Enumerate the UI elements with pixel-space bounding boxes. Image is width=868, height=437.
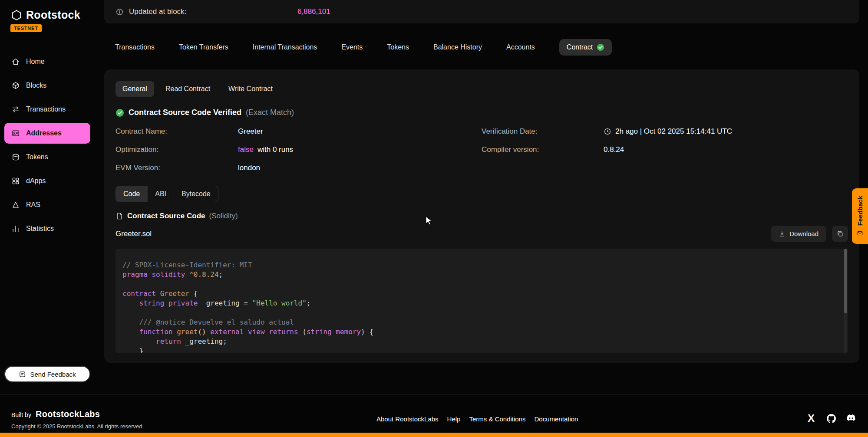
tab-token-transfers[interactable]: Token Transfers <box>179 43 228 51</box>
sidebar-item-addresses[interactable]: Addresses <box>4 123 90 144</box>
send-feedback-button[interactable]: Send Feedback <box>4 366 90 382</box>
sidebar-item-label: dApps <box>26 177 46 185</box>
sidebar-item-blocks[interactable]: Blocks <box>4 75 90 96</box>
optimization-row: Optimization: false with 0 runs <box>116 141 482 159</box>
rootstock-hexagon-icon <box>10 9 23 21</box>
optimization-value: false with 0 runs <box>238 145 293 154</box>
code-scrollbar[interactable] <box>844 249 847 353</box>
tab-contract-label: Contract <box>567 43 593 51</box>
dapps-icon <box>11 177 20 185</box>
tokens-icon <box>11 153 20 161</box>
contract-subtabs: General Read Contract Write Contract <box>116 81 848 97</box>
source-title: Contract Source Code <box>127 212 205 220</box>
evm-version-value: london <box>238 164 260 172</box>
evm-version-label: EVM Version: <box>116 164 238 172</box>
footer-links: About RootstockLabs Help Terms & Conditi… <box>376 415 578 423</box>
feedback-tab[interactable]: Feedback <box>852 188 868 244</box>
info-icon <box>116 8 124 16</box>
clock-icon <box>604 128 611 135</box>
optimization-label: Optimization: <box>116 145 238 154</box>
document-icon <box>116 212 123 220</box>
code-lines: // SPDX-License-Identifier: MITpragma so… <box>122 260 839 353</box>
subtab-read-contract[interactable]: Read Contract <box>158 81 217 97</box>
download-button[interactable]: Download <box>771 226 826 242</box>
built-by-block: Built by RootstockLabs <box>11 409 100 419</box>
page: Rootstock TESTNET Home Blocks Transactio… <box>0 0 868 437</box>
seg-code[interactable]: Code <box>116 186 147 202</box>
footer-accent-strip <box>0 433 868 437</box>
code-scrollbar-thumb[interactable] <box>844 249 847 313</box>
sidebar-item-tokens[interactable]: Tokens <box>4 147 90 168</box>
feedback-note-icon <box>19 371 26 378</box>
tab-internal-transactions[interactable]: Internal Transactions <box>253 43 317 51</box>
contract-panel: General Read Contract Write Contract Con… <box>104 69 859 363</box>
optimization-flag: false <box>238 145 254 154</box>
copy-source-button[interactable] <box>832 226 848 242</box>
verified-note: (Exact Match) <box>246 108 294 117</box>
sidebar-item-label: Home <box>26 58 45 66</box>
discord-icon[interactable] <box>845 413 857 424</box>
download-label: Download <box>789 230 818 237</box>
sidebar-item-transactions[interactable]: Transactions <box>4 99 90 120</box>
footer-link-documentation[interactable]: Documentation <box>535 415 578 423</box>
sidebar: Rootstock TESTNET Home Blocks Transactio… <box>0 0 95 394</box>
envelope-icon <box>857 230 863 237</box>
sidebar-item-home[interactable]: Home <box>4 51 90 72</box>
tab-contract[interactable]: Contract <box>559 39 612 56</box>
block-number-link[interactable]: 6,886,101 <box>297 7 330 16</box>
tab-events[interactable]: Events <box>341 43 363 51</box>
contract-name-row: Contract Name: Greeter <box>116 122 482 141</box>
rootstock-logo[interactable]: Rootstock <box>0 9 95 21</box>
optimization-suffix: with 0 runs <box>257 145 293 154</box>
download-icon <box>779 230 785 237</box>
tab-tokens[interactable]: Tokens <box>387 43 409 51</box>
verified-title: Contract Source Code Verified <box>129 108 241 117</box>
social-links: X <box>805 413 857 424</box>
feedback-tab-label: Feedback <box>856 196 864 226</box>
file-actions: Download <box>771 226 848 242</box>
tab-balance-history[interactable]: Balance History <box>433 43 482 51</box>
github-icon[interactable] <box>825 413 837 424</box>
source-file-name: Greeter.sol <box>116 230 152 238</box>
sidebar-item-statistics[interactable]: Statistics <box>4 218 90 239</box>
verification-date-value: 2h ago | Oct 02 2025 15:14:41 UTC <box>604 127 732 136</box>
ras-icon <box>11 200 20 209</box>
contract-name-label: Contract Name: <box>116 127 238 136</box>
footer-link-about[interactable]: About RootstockLabs <box>376 415 439 423</box>
sidebar-item-label: RAS <box>26 201 40 209</box>
send-feedback-label: Send Feedback <box>30 371 76 378</box>
copyright-text: Copyright © 2025 RootstockLabs. All righ… <box>11 423 144 430</box>
sidebar-item-dapps[interactable]: dApps <box>4 171 90 191</box>
contract-details: Contract Name: Greeter Optimization: fal… <box>116 122 848 177</box>
tab-transactions[interactable]: Transactions <box>115 43 155 51</box>
compiler-version-value: 0.8.24 <box>604 145 624 154</box>
rootstocklabs-brand[interactable]: RootstockLabs <box>36 409 100 419</box>
sidebar-item-ras[interactable]: RAS <box>4 194 90 215</box>
source-language-note: (Solidity) <box>209 212 238 220</box>
verified-check-icon <box>597 43 604 51</box>
verification-date-row: Verification Date: 2h ago | Oct 02 2025 … <box>482 122 732 141</box>
footer-link-help[interactable]: Help <box>447 415 461 423</box>
evm-version-row: EVM Version: london <box>116 159 482 177</box>
footer-link-terms[interactable]: Terms & Conditions <box>469 415 525 423</box>
source-title-row: Contract Source Code (Solidity) <box>116 212 848 220</box>
file-row: Greeter.sol Download <box>116 226 848 242</box>
x-twitter-icon[interactable]: X <box>805 413 817 424</box>
compiler-version-label: Compiler version: <box>482 145 604 154</box>
compiler-version-row: Compiler version: 0.8.24 <box>482 141 732 159</box>
verification-date-label: Verification Date: <box>482 127 604 136</box>
blocks-icon <box>11 81 20 90</box>
addresses-icon <box>11 129 20 138</box>
subtab-write-contract[interactable]: Write Contract <box>221 81 280 97</box>
seg-abi[interactable]: ABI <box>147 186 174 202</box>
sidebar-item-label: Tokens <box>26 153 48 161</box>
tab-accounts[interactable]: Accounts <box>506 43 535 51</box>
details-left-column: Contract Name: Greeter Optimization: fal… <box>116 122 482 177</box>
subtab-general[interactable]: General <box>116 81 154 97</box>
seg-bytecode[interactable]: Bytecode <box>174 186 218 202</box>
copy-icon <box>836 230 844 237</box>
testnet-badge: TESTNET <box>10 24 42 32</box>
built-by-label: Built by <box>11 411 31 418</box>
code-view-switch: Code ABI Bytecode <box>116 186 218 202</box>
transactions-icon <box>11 105 20 114</box>
